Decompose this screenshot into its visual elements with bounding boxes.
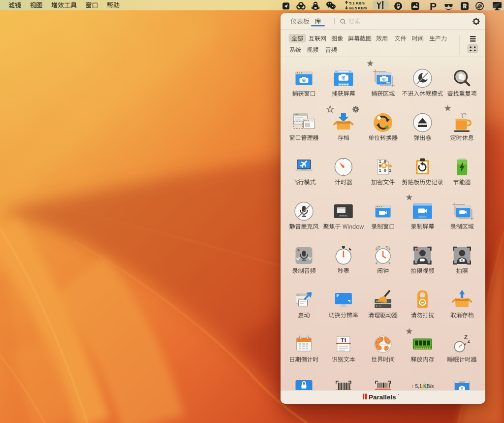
svg-text:5.1 KB/s: 5.1 KB/s (349, 1, 365, 5)
svg-text:1 0 1: 1 0 1 (379, 168, 392, 173)
svg-text:Parallels: Parallels (369, 393, 396, 401)
svg-text:66.5 KB/s: 66.5 KB/s (349, 6, 368, 10)
